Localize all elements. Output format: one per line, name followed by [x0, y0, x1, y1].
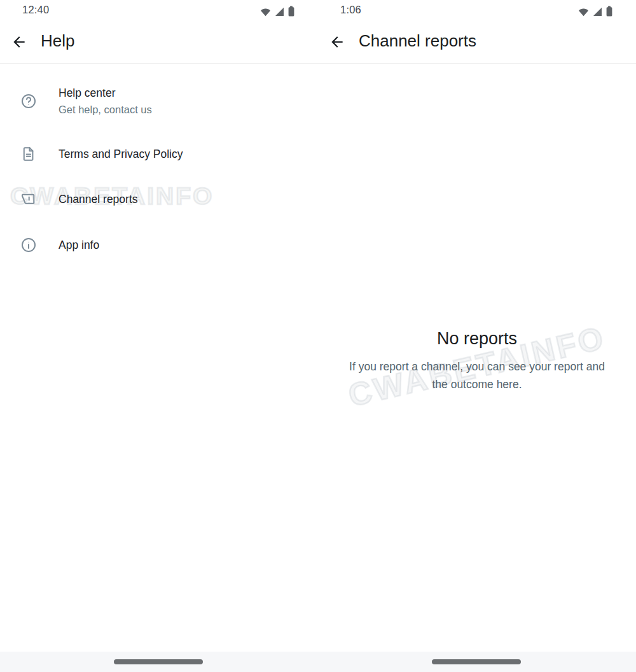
menu-item-app-info[interactable]: App info — [0, 231, 318, 259]
info-circle-icon — [20, 236, 38, 254]
page-title: Help — [41, 31, 74, 51]
menu-item-label: Help center — [59, 86, 152, 100]
menu-item-sublabel: Get help, contact us — [59, 102, 152, 117]
cellular-signal-icon — [593, 7, 602, 17]
battery-icon — [606, 6, 612, 17]
back-arrow-icon[interactable] — [329, 34, 345, 50]
status-icons — [578, 5, 612, 17]
back-arrow-icon[interactable] — [11, 34, 27, 50]
header-divider — [318, 63, 636, 64]
channel-reports-screen: 1:06 Channel reports CWABETAINFO No repo… — [318, 0, 636, 672]
page-title: Channel reports — [359, 31, 476, 51]
empty-state-description: If you report a channel, you can see you… — [318, 358, 636, 393]
gesture-nav-bar — [0, 652, 636, 672]
status-time: 1:06 — [340, 4, 361, 16]
wifi-icon — [578, 8, 589, 17]
cellular-signal-icon — [275, 7, 284, 17]
status-icons — [260, 5, 294, 17]
empty-state: No reports If you report a channel, you … — [318, 327, 636, 393]
menu-item-terms-privacy[interactable]: Terms and Privacy Policy — [0, 140, 318, 168]
menu-item-label: Terms and Privacy Policy — [59, 147, 183, 161]
help-circle-icon — [20, 92, 38, 110]
help-screen: 12:40 Help CWABETAINFO Help center Get h… — [0, 0, 318, 672]
report-flag-icon — [20, 190, 38, 208]
battery-icon — [288, 6, 294, 17]
document-icon — [20, 145, 38, 163]
menu-item-help-center[interactable]: Help center Get help, contact us — [0, 81, 318, 121]
menu-item-channel-reports[interactable]: Channel reports — [0, 185, 318, 213]
wifi-icon — [260, 8, 271, 17]
gesture-handle[interactable] — [114, 659, 203, 664]
header-divider — [0, 63, 318, 64]
menu-item-label: App info — [59, 238, 99, 252]
empty-state-title: No reports — [318, 327, 636, 350]
gesture-handle[interactable] — [432, 659, 521, 664]
menu-item-label: Channel reports — [59, 192, 138, 206]
status-time: 12:40 — [22, 4, 49, 16]
